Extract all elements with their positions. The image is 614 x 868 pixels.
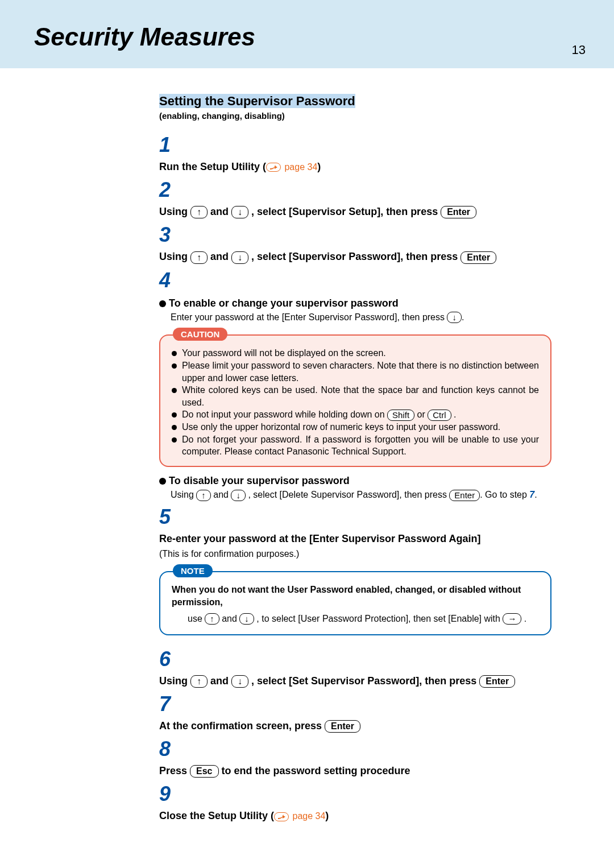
down-arrow-key-icon (447, 312, 462, 323)
down-arrow-key-icon (231, 490, 246, 501)
enable-body: Enter your password at the [Enter Superv… (171, 311, 551, 324)
step-4: 4 To enable or change your supervisor pa… (159, 270, 574, 501)
down-arrow-key-icon (231, 251, 248, 264)
step-number: 5 (159, 507, 180, 527)
down-arrow-key-icon (231, 206, 248, 218)
caution-item: Do not forget your password. If a passwo… (172, 433, 539, 458)
step-number: 1 (159, 135, 180, 155)
enter-key-icon: Enter (441, 206, 476, 218)
enter-key-icon: Enter (479, 675, 515, 688)
step-heading: Run the Setup Utility ( page 34) (159, 161, 321, 172)
step-9: 9 Close the Setup Utility ( page 34) (159, 784, 574, 823)
ctrl-key-icon: Ctrl (428, 410, 451, 421)
bullet-icon (172, 351, 177, 356)
disable-subheading: To disable your supervisor password (159, 475, 551, 487)
step-2: 2 Using and , select [Supervisor Setup],… (159, 180, 574, 219)
bullet-icon (172, 425, 177, 430)
page-title: Security Measures (34, 23, 580, 51)
bullet-icon (159, 300, 166, 307)
caution-label: CAUTION (173, 328, 227, 341)
step-number: 4 (159, 270, 180, 291)
page-ref-icon (274, 812, 289, 821)
bullet-icon (172, 437, 177, 443)
caution-item: Do not input your password while holding… (172, 408, 539, 421)
step-reference: 7 (529, 490, 534, 499)
esc-key-icon: Esc (190, 765, 218, 778)
enter-key-icon: Enter (325, 720, 360, 733)
up-arrow-key-icon (190, 675, 208, 688)
up-arrow-key-icon (196, 490, 211, 501)
step-number: 6 (159, 649, 180, 669)
bullet-icon (172, 363, 177, 369)
step-number: 8 (159, 739, 180, 759)
step-heading: Using and , select [Supervisor Password]… (159, 251, 496, 262)
step-7: 7 At the confirmation screen, press Ente… (159, 694, 574, 733)
step-5: 5 Re-enter your password at the [Enter S… (159, 507, 574, 643)
step-number: 3 (159, 225, 180, 245)
caution-item: Please limit your password to seven char… (172, 359, 539, 384)
page-ref-icon (266, 163, 281, 172)
up-arrow-key-icon (205, 613, 219, 625)
enter-key-icon: Enter (449, 490, 480, 501)
bullet-icon (172, 388, 177, 393)
enable-subheading: To enable or change your supervisor pass… (159, 297, 551, 309)
step-body-text: (This is for confirmation purposes.) (159, 548, 551, 560)
right-arrow-key-icon (503, 613, 521, 625)
step-heading: Using and , select [Set Supervisor Passw… (159, 675, 515, 687)
step-number: 9 (159, 784, 180, 804)
header-band: Security Measures 13 (0, 0, 614, 68)
content-area: Setting the Supervisor Password (enablin… (0, 68, 614, 852)
bullet-icon (172, 412, 177, 418)
section-heading-wrap: Setting the Supervisor Password (159, 94, 574, 109)
section-title: Setting the Supervisor Password (159, 94, 355, 108)
down-arrow-key-icon (239, 613, 254, 625)
enter-key-icon: Enter (460, 251, 496, 264)
caution-item: White colored keys can be used. Note tha… (172, 384, 539, 408)
step-number: 2 (159, 180, 180, 200)
up-arrow-key-icon (190, 251, 208, 264)
page-ref[interactable]: page 34 (282, 162, 317, 172)
step-1: 1 Run the Setup Utility ( page 34) (159, 135, 574, 174)
caution-item: Your password will not be displayed on t… (172, 347, 539, 359)
note-bold-text: When you do not want the User Password e… (172, 584, 539, 608)
caution-list: Your password will not be displayed on t… (172, 347, 539, 458)
step-heading: Using and , select [Supervisor Setup], t… (159, 206, 476, 217)
note-label: NOTE (173, 564, 213, 577)
step-number: 7 (159, 694, 180, 714)
note-body-text: use and , to select [User Password Prote… (188, 611, 539, 626)
step-3: 3 Using and , select [Supervisor Passwor… (159, 225, 574, 264)
disable-body: Using and , select [Delete Supervisor Pa… (171, 489, 551, 501)
up-arrow-key-icon (190, 206, 208, 218)
page-ref[interactable]: page 34 (290, 811, 325, 821)
step-heading: Press Esc to end the password setting pr… (159, 765, 410, 776)
step-8: 8 Press Esc to end the password setting … (159, 739, 574, 778)
step-heading: Close the Setup Utility ( page 34) (159, 810, 329, 821)
note-box: NOTE When you do not want the User Passw… (159, 571, 551, 635)
step-6: 6 Using and , select [Set Supervisor Pas… (159, 649, 574, 688)
caution-item: Use only the upper horizontal row of num… (172, 421, 539, 433)
bullet-icon (159, 478, 166, 485)
caution-box: CAUTION Your password will not be displa… (159, 334, 551, 467)
section-subtitle: (enabling, changing, disabling) (159, 111, 574, 121)
down-arrow-key-icon (231, 675, 248, 688)
step-heading: At the confirmation screen, press Enter (159, 720, 360, 731)
shift-key-icon: Shift (387, 410, 414, 421)
page-number: 13 (572, 43, 586, 57)
step-heading: Re-enter your password at the [Enter Sup… (159, 532, 551, 546)
